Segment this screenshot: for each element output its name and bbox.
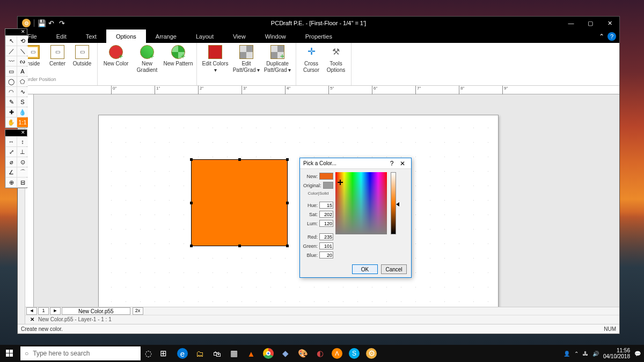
zoom-tool[interactable]: 1:1	[17, 117, 28, 127]
text-tool[interactable]: A	[17, 67, 28, 76]
dialog-close-button[interactable]: ✕	[397, 160, 408, 167]
cancel-button[interactable]: Cancel	[381, 264, 407, 274]
menu-layout[interactable]: Layout	[186, 29, 223, 43]
polyline-tool[interactable]: ᔓ	[17, 56, 28, 66]
document-tab[interactable]: New Color.p55	[62, 307, 130, 315]
freehand-tool[interactable]: ✎	[6, 97, 17, 107]
menu-options[interactable]: Options	[106, 29, 146, 43]
edit-colors-button[interactable]: Edit Colors▾	[200, 44, 230, 77]
wavy-line-tool[interactable]: 〰	[6, 56, 17, 66]
duplicate-pattgrad-button[interactable]: ＋DuplicatePatt/Grad ▾	[262, 44, 292, 77]
dialog-help-button[interactable]: ?	[386, 160, 397, 167]
sat-input[interactable]	[319, 211, 333, 218]
dim-diam-tool[interactable]: ⌀	[6, 157, 17, 167]
curve-tool[interactable]: ∿	[17, 87, 28, 97]
canvas[interactable]: Pick a Color... ? ✕ New: Original: Color…	[25, 94, 619, 307]
tool-palette-main[interactable]: ✕ ↖⟲ ／＼ 〰ᔓ ▭A ◯⬠ ◠∿ ✎S ✚💧 ✋1:1	[5, 28, 27, 128]
page-prev-button[interactable]: ◄	[26, 307, 37, 315]
zoom-indicator[interactable]: 2x	[133, 307, 143, 315]
app8-icon[interactable]: Λ	[330, 346, 345, 361]
rect-tool[interactable]: ▭	[6, 67, 17, 76]
start-button[interactable]	[0, 345, 19, 362]
new-color-button[interactable]: ＋New Color	[101, 44, 131, 77]
maximize-button[interactable]: ▢	[581, 17, 600, 29]
pcdraft-taskbar-icon[interactable]: ⚙	[364, 346, 379, 361]
cortana-icon[interactable]: ◌	[141, 346, 156, 361]
red-input[interactable]	[319, 233, 333, 240]
whiteboard-icon[interactable]: ▦	[226, 346, 241, 361]
edit-pattgrad-button[interactable]: EditPatt/Grad ▾	[231, 44, 261, 77]
tool-palette-dimension[interactable]: ✕ ↔↕ ⤢⊥ ⌀⊙ ∠⌒ ⊕⊟	[5, 129, 27, 188]
hue-input[interactable]	[319, 202, 333, 209]
edge-icon[interactable]: e	[175, 346, 190, 361]
dim-v-tool[interactable]: ↕	[17, 137, 28, 146]
marker-tool[interactable]: ✚	[6, 107, 17, 117]
menu-text[interactable]: Text	[76, 29, 106, 43]
tray-network-icon[interactable]: 🖧	[583, 351, 588, 357]
tray-volume-icon[interactable]: 🔊	[592, 351, 599, 357]
dim-radius-tool[interactable]: ⊙	[17, 157, 28, 167]
tools-options-button[interactable]: ⚒ToolsOptions	[324, 44, 348, 77]
save-icon[interactable]: 💾	[38, 19, 45, 27]
line-tool[interactable]: ／	[6, 46, 17, 56]
taskview-icon[interactable]: ⊞	[156, 346, 171, 361]
undo-icon[interactable]: ↶	[48, 19, 56, 27]
lum-input[interactable]	[319, 220, 333, 227]
line2-tool[interactable]: ＼	[17, 46, 28, 56]
green-input[interactable]	[319, 242, 333, 249]
tray-up-icon[interactable]: ⌃	[574, 351, 579, 357]
palette-close-icon[interactable]: ✕	[5, 29, 27, 35]
new-pattern-button[interactable]: ＋New Pattern	[163, 44, 193, 77]
collapse-ribbon-icon[interactable]: ⌃	[599, 33, 604, 40]
menu-properties[interactable]: Properties	[296, 29, 342, 43]
page-number[interactable]: 1	[38, 307, 49, 315]
palette2-close-icon[interactable]: ✕	[5, 130, 27, 136]
dim-angle-tool[interactable]: ∠	[6, 167, 17, 177]
app7-icon[interactable]: ◐	[312, 346, 327, 361]
app5-icon[interactable]: ◆	[278, 346, 293, 361]
skype-icon[interactable]: S	[347, 346, 362, 361]
vlc-icon[interactable]: ▲	[244, 346, 259, 361]
search-box[interactable]: ○ Type here to search	[20, 346, 141, 360]
chrome-icon[interactable]	[261, 346, 276, 361]
page-next-button[interactable]: ►	[50, 307, 61, 315]
selected-rectangle[interactable]	[191, 159, 288, 246]
menu-window[interactable]: Window	[255, 29, 296, 43]
arc-tool[interactable]: ◠	[6, 87, 17, 97]
notifications-icon[interactable]: 💬	[634, 351, 641, 357]
blue-input[interactable]	[319, 252, 333, 258]
store-icon[interactable]: 🛍	[209, 346, 224, 361]
dim-arc-tool[interactable]: ⌒	[17, 167, 28, 177]
redo-icon[interactable]: ↷	[59, 19, 67, 27]
cross-cursor-button[interactable]: ✛CrossCursor	[299, 44, 323, 77]
polygon-tool[interactable]: ⬠	[17, 77, 28, 86]
menu-view[interactable]: View	[223, 29, 255, 43]
help-icon[interactable]: ?	[608, 32, 616, 41]
hand-tool[interactable]: ✋	[6, 117, 17, 127]
border-center-button[interactable]: ▭Center	[46, 44, 69, 77]
close-button[interactable]: ✕	[600, 17, 619, 29]
bezier-tool[interactable]: S	[17, 97, 28, 107]
explorer-icon[interactable]: 🗂	[192, 346, 207, 361]
menu-edit[interactable]: Edit	[47, 29, 76, 43]
minimize-button[interactable]: —	[561, 17, 581, 29]
tray-people-icon[interactable]: 👤	[564, 351, 570, 357]
eyedropper-tool[interactable]: 💧	[17, 107, 28, 117]
clock[interactable]: 11:56 04/10/2018	[603, 348, 630, 359]
rotate-tool[interactable]: ⟲	[17, 36, 28, 46]
dim-perp-tool[interactable]: ⊥	[17, 147, 28, 157]
ellipse-tool[interactable]: ◯	[6, 77, 17, 86]
dim-chain-tool[interactable]: ⊕	[6, 178, 17, 187]
pointer-tool[interactable]: ↖	[6, 36, 17, 46]
dim-h-tool[interactable]: ↔	[6, 137, 17, 146]
ok-button[interactable]: OK	[352, 264, 378, 274]
menu-arrange[interactable]: Arrange	[146, 29, 186, 43]
drawing-page[interactable]	[98, 115, 499, 307]
dim-base-tool[interactable]: ⊟	[17, 178, 28, 187]
border-outside-button[interactable]: ▭Outside	[70, 44, 94, 77]
new-gradient-button[interactable]: ＋NewGradient	[132, 44, 162, 77]
paint-icon[interactable]: 🎨	[295, 346, 310, 361]
dim-slope-tool[interactable]: ⤢	[6, 147, 17, 157]
color-spectrum[interactable]	[335, 172, 387, 234]
luminance-slider[interactable]	[391, 172, 396, 234]
